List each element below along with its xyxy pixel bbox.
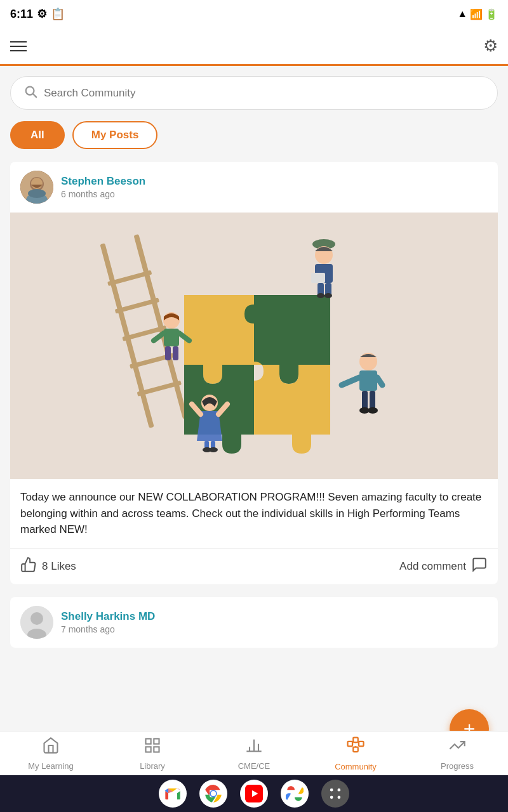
svg-point-69: [330, 789, 333, 792]
svg-rect-58: [359, 741, 364, 746]
svg-rect-51: [146, 747, 151, 752]
svg-point-44: [368, 407, 378, 414]
post-user-info-2: Shelly Harkins MD 7 months ago: [61, 610, 155, 634]
top-nav: ⚙: [0, 28, 508, 66]
search-bar[interactable]: [10, 76, 498, 110]
sd-card-icon: 📋: [51, 7, 65, 21]
likes-count-1: 8 Likes: [42, 560, 76, 573]
svg-point-65: [211, 791, 216, 796]
bar-chart-icon: [245, 737, 263, 759]
like-button-1[interactable]: 8 Likes: [20, 556, 76, 577]
post-actions-1: 8 Likes Add comment: [10, 548, 498, 584]
svg-rect-50: [154, 747, 159, 752]
menu-button[interactable]: [10, 41, 27, 51]
thumbs-up-icon: [20, 556, 37, 577]
chrome-icon[interactable]: [199, 780, 227, 808]
svg-point-6: [28, 189, 46, 198]
nav-item-my-learning[interactable]: My Learning: [0, 731, 102, 775]
svg-point-72: [338, 796, 341, 799]
svg-rect-28: [165, 346, 171, 360]
svg-rect-57: [353, 737, 358, 742]
post-time-2: 7 months ago: [61, 624, 155, 634]
home-icon: [42, 737, 60, 759]
nav-label-library: Library: [140, 761, 165, 771]
more-apps-icon[interactable]: [321, 780, 349, 808]
comment-icon: [471, 556, 488, 577]
main-content: All My Posts Stephen Beeson 6 months ago: [0, 66, 508, 711]
hamburger-line-1: [10, 41, 27, 43]
nav-item-cme-ce[interactable]: CME/CE: [203, 731, 305, 775]
svg-point-22: [317, 293, 324, 298]
bottom-nav: My Learning Library CME/CE: [0, 731, 508, 775]
nav-label-my-learning: My Learning: [28, 761, 74, 771]
filter-buttons: All My Posts: [10, 121, 498, 149]
post-author-1[interactable]: Stephen Beeson: [61, 175, 145, 188]
avatar-shelly: [20, 606, 53, 639]
wifi-icon: ▲: [457, 8, 467, 20]
photos-icon[interactable]: [281, 780, 309, 808]
status-right: ▲ 📶 🔋: [457, 8, 498, 20]
progress-icon: [448, 737, 466, 759]
svg-rect-42: [370, 391, 375, 410]
nav-item-progress[interactable]: Progress: [406, 731, 508, 775]
android-dock: [0, 775, 508, 812]
search-icon: [23, 84, 37, 102]
post-card-1: Stephen Beeson 6 months ago: [10, 162, 498, 584]
battery-icon: 🔋: [485, 8, 498, 20]
post-header-2: Shelly Harkins MD 7 months ago: [10, 597, 498, 648]
settings-status-icon: ⚙: [37, 7, 47, 21]
post-author-2[interactable]: Shelly Harkins MD: [61, 610, 155, 623]
all-filter-button[interactable]: All: [10, 121, 65, 149]
svg-rect-25: [164, 329, 179, 346]
svg-point-71: [330, 796, 333, 799]
post-card-2: Shelly Harkins MD 7 months ago: [10, 597, 498, 648]
community-icon: [346, 736, 365, 759]
nav-label-progress: Progress: [441, 761, 474, 771]
my-posts-filter-button[interactable]: My Posts: [72, 121, 158, 149]
status-bar: 6:11 ⚙ 📋 ▲ 📶 🔋: [0, 0, 508, 28]
nav-label-community: Community: [335, 762, 377, 771]
post-header-1: Stephen Beeson 6 months ago: [10, 162, 498, 213]
svg-line-1: [33, 94, 36, 97]
svg-rect-38: [359, 370, 377, 391]
post-text-1: Today we announce our NEW COLLABORATION …: [10, 479, 498, 548]
hamburger-line-2: [10, 46, 27, 47]
svg-point-68: [292, 791, 297, 796]
svg-point-70: [338, 789, 341, 792]
svg-rect-56: [348, 741, 353, 746]
svg-rect-41: [362, 391, 368, 410]
svg-rect-59: [353, 747, 358, 752]
svg-point-23: [324, 293, 332, 298]
status-time: 6:11: [10, 8, 33, 21]
avatar-stephen: [20, 171, 53, 204]
search-input[interactable]: [44, 87, 485, 100]
svg-point-36: [209, 447, 218, 452]
gmail-icon[interactable]: [159, 780, 187, 808]
youtube-icon[interactable]: [240, 780, 268, 808]
add-comment-button-1[interactable]: Add comment: [399, 556, 488, 577]
svg-rect-48: [146, 738, 151, 743]
post-time-1: 6 months ago: [61, 189, 145, 199]
nav-item-community[interactable]: Community: [305, 731, 406, 775]
svg-point-46: [30, 612, 43, 625]
library-icon: [144, 737, 161, 759]
svg-rect-19: [311, 273, 325, 283]
hamburger-line-3: [10, 50, 27, 51]
status-left: 6:11 ⚙ 📋: [10, 7, 65, 21]
post-user-info-1: Stephen Beeson 6 months ago: [61, 175, 145, 199]
nav-label-cme-ce: CME/CE: [238, 761, 271, 771]
settings-button[interactable]: ⚙: [483, 36, 498, 56]
add-comment-label-1: Add comment: [399, 560, 466, 573]
post-image-1: [10, 213, 498, 479]
svg-rect-29: [173, 346, 178, 360]
svg-rect-49: [154, 738, 159, 743]
signal-icon: 📶: [470, 8, 483, 20]
nav-item-library[interactable]: Library: [102, 731, 203, 775]
